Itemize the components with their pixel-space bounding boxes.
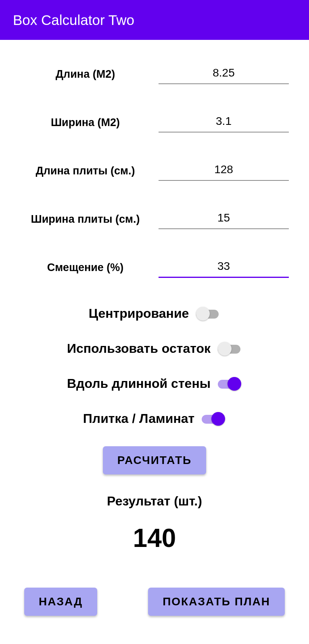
toggle-row-centering: Центрирование xyxy=(20,306,289,321)
toggle-label-tile-laminate: Плитка / Ламинат xyxy=(83,411,194,426)
bottom-buttons: НАЗАД ПОКАЗАТЬ ПЛАН xyxy=(0,588,309,616)
label-length: Длина (М2) xyxy=(20,68,150,81)
toggle-label-use-remainder: Использовать остаток xyxy=(67,341,211,356)
row-offset: Смещение (%) xyxy=(20,257,289,278)
toggle-row-use-remainder: Использовать остаток xyxy=(20,341,289,356)
input-length[interactable] xyxy=(159,64,289,84)
calculate-button[interactable]: РАСЧИТАТЬ xyxy=(103,446,206,474)
label-tile-width: Ширина плиты (см.) xyxy=(20,213,150,226)
show-plan-button[interactable]: ПОКАЗАТЬ ПЛАН xyxy=(148,588,285,616)
toggle-label-along-long-wall: Вдоль длинной стены xyxy=(67,376,211,391)
switch-thumb xyxy=(218,342,232,356)
input-tile-length[interactable] xyxy=(159,161,289,181)
result-value: 140 xyxy=(20,523,289,553)
back-button[interactable]: НАЗАД xyxy=(24,588,97,616)
label-offset: Смещение (%) xyxy=(20,261,150,274)
row-length: Длина (М2) xyxy=(20,64,289,84)
input-tile-width[interactable] xyxy=(159,209,289,229)
row-tile-length: Длина плиты (см.) xyxy=(20,161,289,181)
main-content: Длина (М2) Ширина (М2) Длина плиты (см.)… xyxy=(0,40,309,553)
input-offset[interactable] xyxy=(159,257,289,278)
row-tile-width: Ширина плиты (см.) xyxy=(20,209,289,229)
switch-centering[interactable] xyxy=(196,307,220,321)
switch-thumb xyxy=(196,307,210,321)
switch-use-remainder[interactable] xyxy=(218,342,242,356)
label-tile-length: Длина плиты (см.) xyxy=(20,165,150,177)
result-label: Результат (шт.) xyxy=(20,494,289,509)
toggle-row-along-long-wall: Вдоль длинной стены xyxy=(20,376,289,391)
input-width[interactable] xyxy=(159,112,289,133)
row-width: Ширина (М2) xyxy=(20,112,289,133)
switch-tile-laminate[interactable] xyxy=(202,412,226,426)
app-bar: Box Calculator Two xyxy=(0,0,309,40)
switch-thumb xyxy=(228,377,241,391)
toggle-label-centering: Центрирование xyxy=(89,306,189,321)
toggle-row-tile-laminate: Плитка / Ламинат xyxy=(20,411,289,426)
label-width: Ширина (М2) xyxy=(20,116,150,129)
switch-thumb xyxy=(211,412,225,426)
switch-along-long-wall[interactable] xyxy=(218,377,242,391)
app-title: Box Calculator Two xyxy=(13,12,134,28)
